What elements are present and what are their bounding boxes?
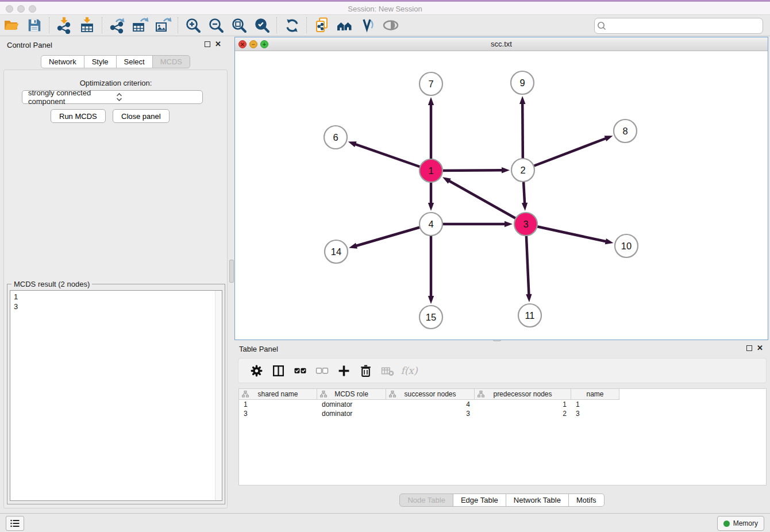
- save-session-button[interactable]: [23, 16, 46, 34]
- show-graphics-details-button[interactable]: [379, 16, 402, 34]
- add-column-button[interactable]: [333, 362, 355, 379]
- search-icon: [595, 20, 609, 32]
- graph-node-11[interactable]: 11: [518, 304, 541, 327]
- cell-shared-name[interactable]: 1: [239, 400, 317, 409]
- control-panel-window-buttons: ✕: [205, 41, 221, 47]
- close-panel-icon[interactable]: ✕: [215, 41, 221, 47]
- graph-node-label: 6: [333, 132, 338, 142]
- toolbar-separator: [178, 17, 179, 33]
- graph-edge-4-3[interactable]: [431, 221, 513, 227]
- zoom-out-button[interactable]: [205, 16, 228, 34]
- graph-edge-2-8[interactable]: [523, 136, 613, 170]
- graph-node-4[interactable]: 4: [419, 213, 442, 236]
- cell-shared-name[interactable]: 3: [239, 409, 317, 418]
- column-label: MCDS role: [334, 390, 368, 398]
- memory-button[interactable]: Memory: [717, 516, 764, 531]
- tab-edge-table[interactable]: Edge Table: [453, 494, 506, 507]
- status-bar: Memory: [0, 513, 770, 532]
- graph-edge-4-14[interactable]: [349, 224, 431, 249]
- tab-mcds[interactable]: MCDS: [152, 55, 190, 68]
- graph-node-6[interactable]: 6: [324, 126, 347, 149]
- cell-predecessor-nodes[interactable]: 2: [475, 409, 571, 418]
- vertical-splitter-handle[interactable]: [229, 260, 234, 283]
- column-header-name[interactable]: name: [571, 389, 619, 400]
- graph-edge-3-1[interactable]: [442, 177, 526, 224]
- cell-mcds-role[interactable]: dominator: [317, 409, 386, 418]
- export-image-button[interactable]: [152, 16, 175, 34]
- graph-node-7[interactable]: 7: [419, 72, 442, 95]
- import-network-button[interactable]: [53, 16, 76, 34]
- criterion-select[interactable]: strongly connected component: [22, 90, 203, 104]
- tab-network[interactable]: Network: [41, 55, 84, 68]
- network-frame-titlebar[interactable]: ✕ − + scc.txt: [235, 37, 768, 51]
- cell-successor-nodes[interactable]: 4: [386, 400, 475, 409]
- close-panel-button[interactable]: Close panel: [113, 109, 170, 123]
- graph-node-14[interactable]: 14: [325, 240, 348, 263]
- eye-icon: [382, 17, 400, 34]
- graph-node-10[interactable]: 10: [615, 234, 638, 257]
- column-header-predecessor-nodes[interactable]: predecessor nodes: [475, 389, 571, 400]
- tab-network-table[interactable]: Network Table: [506, 494, 569, 507]
- column-header-shared-name[interactable]: shared name: [239, 389, 317, 400]
- table-settings-button[interactable]: [245, 362, 267, 379]
- float-panel-icon[interactable]: [746, 345, 752, 351]
- vizmapper-button[interactable]: [356, 16, 379, 34]
- delete-column-button[interactable]: [355, 362, 376, 379]
- cell-mcds-role[interactable]: dominator: [317, 400, 386, 409]
- graph-node-2[interactable]: 2: [511, 159, 534, 182]
- show-columns-button[interactable]: [267, 362, 289, 379]
- graph-node-label: 11: [525, 310, 534, 321]
- main-toolbar: [0, 15, 770, 36]
- zoom-selected-button[interactable]: [251, 16, 274, 34]
- column-header-successor-nodes[interactable]: successor nodes: [386, 389, 475, 400]
- graph-node-8[interactable]: 8: [614, 119, 637, 142]
- network-graph[interactable]: 7968124314101511: [235, 51, 768, 340]
- clone-network-button[interactable]: [310, 16, 333, 34]
- tab-select[interactable]: Select: [116, 55, 153, 68]
- ndex-browser-button[interactable]: [333, 16, 356, 34]
- graph-node-label: 4: [428, 219, 433, 229]
- export-table-button[interactable]: [129, 16, 152, 34]
- graph-edge-3-10[interactable]: [526, 224, 614, 244]
- search-box[interactable]: [594, 18, 763, 34]
- zoom-in-button[interactable]: [182, 16, 205, 34]
- graph-node-3[interactable]: 3: [514, 213, 537, 236]
- zoom-fit-button[interactable]: [228, 16, 251, 34]
- float-panel-icon[interactable]: [205, 41, 210, 47]
- table-row[interactable]: 1dominator411: [239, 400, 766, 409]
- table-row[interactable]: 3dominator323: [239, 409, 766, 418]
- export-network-button[interactable]: [106, 16, 129, 34]
- import-table-button[interactable]: [76, 16, 99, 34]
- mcds-result-lines: 1 3: [10, 291, 222, 313]
- zoom-out-icon: [208, 17, 225, 34]
- result-scrollbar[interactable]: [215, 291, 222, 500]
- toolbar-separator: [306, 17, 307, 33]
- tab-style[interactable]: Style: [84, 55, 117, 68]
- mcds-result-textarea[interactable]: 1 3: [10, 290, 222, 501]
- network-title: scc.txt: [235, 40, 768, 48]
- tab-motifs[interactable]: Motifs: [568, 494, 605, 507]
- open-session-button[interactable]: [0, 16, 23, 34]
- open-folder-icon: [3, 17, 20, 34]
- run-mcds-button[interactable]: Run MCDS: [51, 109, 106, 123]
- checked-boxes-icon: [294, 364, 307, 377]
- graph-edge-1-6[interactable]: [348, 141, 431, 171]
- deselect-all-button[interactable]: [311, 362, 333, 379]
- search-input[interactable]: [609, 20, 763, 32]
- cell-predecessor-nodes[interactable]: 1: [475, 400, 571, 409]
- close-panel-icon[interactable]: ✕: [757, 345, 763, 351]
- graph-node-label: 1: [428, 165, 433, 176]
- import-network-icon: [56, 17, 73, 34]
- graph-node-9[interactable]: 9: [511, 71, 534, 94]
- graph-node-1[interactable]: 1: [419, 159, 442, 182]
- cell-name[interactable]: 3: [571, 409, 619, 418]
- graph-node-15[interactable]: 15: [419, 306, 442, 329]
- column-header-mcds-role[interactable]: MCDS role: [317, 389, 386, 400]
- select-all-button[interactable]: [289, 362, 311, 379]
- tab-node-table[interactable]: Node Table: [399, 494, 453, 507]
- cell-successor-nodes[interactable]: 3: [386, 409, 475, 418]
- apply-preferred-layout-button[interactable]: [280, 16, 303, 34]
- task-history-button[interactable]: [6, 516, 24, 531]
- cell-name[interactable]: 1: [571, 400, 619, 409]
- node-table[interactable]: shared nameMCDS rolesuccessor nodesprede…: [238, 388, 767, 485]
